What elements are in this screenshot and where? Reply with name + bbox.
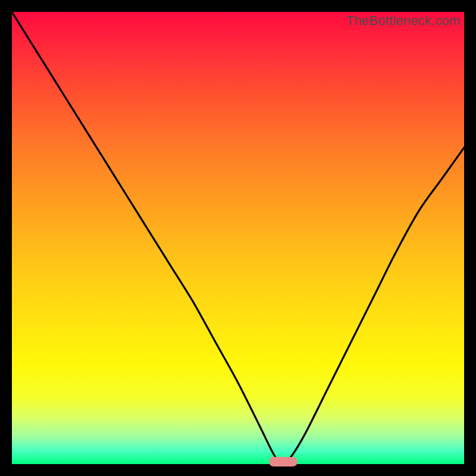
bottleneck-curve <box>12 12 464 464</box>
optimal-marker <box>269 457 298 466</box>
chart-frame: TheBottleneck.com <box>0 0 476 476</box>
plot-area: TheBottleneck.com <box>12 12 464 464</box>
